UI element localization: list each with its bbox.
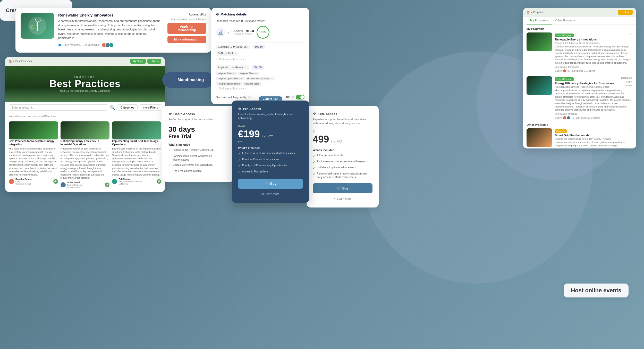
pro-price-area: 299€ €199 incl. VAT year xyxy=(238,124,303,143)
md-chip-company-sep: ⇄ xyxy=(233,45,235,48)
tab-my-programs[interactable]: My Programs xyxy=(527,17,552,24)
program-2-bookmark[interactable]: Bookmark xyxy=(620,76,633,79)
bp-author-3-avatar xyxy=(112,179,117,184)
pro-price-old: 299€ xyxy=(238,124,303,128)
md-quality-unit: % xyxy=(292,96,294,99)
bp-article-1-title: Best Practices for Renewable Energy Inte… xyxy=(9,139,58,146)
basic-feature-1-text: Access to the Premium Content Lib... xyxy=(173,148,215,152)
bp-search-icon[interactable]: 🔍 xyxy=(110,105,115,110)
admin-avatar-3 xyxy=(109,43,114,47)
basic-feature-2: ✓ Participation in select Webinars an...… xyxy=(168,154,228,162)
pro-buy-cart-icon: 🛒 xyxy=(265,182,269,186)
prog-breadcrumb-label: Programs xyxy=(533,11,544,14)
pro-price-suffix: incl. VAT xyxy=(262,135,273,138)
program-1-title: Renewable Energy Innovations xyxy=(555,38,633,41)
program-1-status-value: Participant xyxy=(568,66,579,68)
bp-author-1-chat-button[interactable]: 💬 xyxy=(53,179,58,184)
elite-learn-more-icon: ✉ xyxy=(334,197,336,200)
md-chip-sme-sep: ⇄ xyxy=(225,52,227,55)
bp-author-3-title: Senior Project Supervisor xyxy=(119,180,142,183)
elite-star-icon: ☆ xyxy=(313,112,316,116)
md-match-row: 🔬 ⇄ Andrei Trikula Texspace expert 100% xyxy=(216,26,304,39)
md-score-company: 50 / 50 xyxy=(253,45,265,49)
my-news-button[interactable]: My News xyxy=(130,59,146,64)
bp-author-1-name: Rogelia Cassin xyxy=(15,178,32,180)
bp-author-1-avatar xyxy=(9,179,14,184)
pro-feature-4: ✓ Access to Marketplace xyxy=(238,170,303,174)
md-row-attr2: ✓ Attributes without match xyxy=(216,87,304,90)
md-subtitle-right: Texspace expert xyxy=(244,19,265,22)
community-image: 🌿 xyxy=(21,13,54,39)
md-attr-note: ✓ Attributes without match xyxy=(216,58,246,61)
bp-author-2-title: Energy Engineer xyxy=(67,184,83,186)
md-subtitle-sep: ⇄ xyxy=(241,19,244,22)
program-item-3: Register Smart Grid Fundamentals Buildin… xyxy=(527,128,633,148)
md-person-name: Andrei Trikula xyxy=(233,29,254,33)
md-overwrite-label: Overwrite matching quality xyxy=(216,96,246,99)
program-2-editor-av2 xyxy=(567,116,570,120)
program-2-editor-av1 xyxy=(563,116,566,120)
programs-header: 🏠 > Programs Explore xyxy=(523,8,636,17)
elite-price-amount: 499 xyxy=(313,134,329,145)
basic-plan-name: Basic Access xyxy=(173,112,195,116)
md-tags-row1: Polymer fibers ✓ Polymer fibers ✓ xyxy=(216,72,304,75)
bp-hero-subtitle: INDUSTRY xyxy=(74,76,96,78)
elite-learn-more-label: Learn more xyxy=(337,197,351,200)
program-1-sessions: 2 Sessions xyxy=(584,70,595,72)
pro-star-icon: ☆ xyxy=(238,107,241,111)
host-events-label: Host online events xyxy=(571,287,621,294)
bp-actions: My News + News xyxy=(130,59,161,64)
bp-categories-button[interactable]: Categories xyxy=(117,104,138,111)
elite-buy-button[interactable]: 🛒 Buy xyxy=(313,183,372,193)
bp-more-filters-button[interactable]: more Filters xyxy=(140,104,161,111)
program-3-content: Register Smart Grid Fundamentals Buildin… xyxy=(555,128,633,148)
md-tag-polymer1: Polymer fibers ✓ xyxy=(216,72,237,75)
program-2-copy[interactable]: Copy xyxy=(620,80,633,83)
program-2-edition: Edition: xyxy=(555,117,563,119)
pro-price-row: €199 incl. VAT xyxy=(238,129,303,140)
bp-breadcrumb: 🏠 > Best Practices xyxy=(9,60,32,63)
program-3-bookmark[interactable]: ☆ xyxy=(629,128,633,131)
basic-trial-days: 30 days Free Trial xyxy=(168,126,228,139)
news-plus-button[interactable]: + News xyxy=(147,59,161,64)
pro-feature-4-text: Access to Marketplace xyxy=(242,170,268,173)
md-toggle[interactable] xyxy=(296,95,304,99)
bp-breadcrumb-sep: > xyxy=(13,60,14,63)
bp-author-2-chat-button[interactable]: 💬 xyxy=(105,182,109,187)
more-information-button[interactable]: More information xyxy=(167,36,206,43)
bp-author-3-name: Ed Stanton xyxy=(119,178,142,180)
elite-plan-name: Elite Access xyxy=(318,112,337,116)
community-admins-label: Group Admins: xyxy=(83,44,100,46)
bp-hero: INDUSTRY Best Practices Your Go-To Resou… xyxy=(5,66,165,102)
tab-other-programs[interactable]: Other Programs xyxy=(552,17,579,24)
bp-search-input[interactable] xyxy=(9,104,108,111)
bp-author-1-company: EnergexConnect xyxy=(15,183,32,185)
elite-buy-cart-icon: 🛒 xyxy=(337,186,341,190)
md-chip-app-right: Researc... xyxy=(235,66,247,69)
program-2-sessions: 12 Sessions xyxy=(588,117,600,119)
bp-hero-tagline: Your Go-To Resource for Energy Excellenc… xyxy=(60,89,110,92)
current-plan-badge: Current Plan xyxy=(259,96,282,101)
pro-learn-more-button[interactable]: ✉ Learn more xyxy=(238,191,303,197)
program-item-2: In this Program Energy Efficiency Strate… xyxy=(527,76,633,120)
elite-feature-1-text: All Pro Access benefits xyxy=(317,154,343,157)
program-2-actions: Bookmark Copy Delete xyxy=(620,76,633,87)
pro-price-amount: €199 xyxy=(238,129,260,139)
programs-explore-button[interactable]: Explore xyxy=(618,10,633,15)
bp-author-2-avatar xyxy=(61,182,66,187)
program-1-bookmark[interactable]: ☆ xyxy=(629,32,633,36)
bp-author-3-chat-button[interactable]: 💬 xyxy=(157,179,161,184)
elite-learn-more-button[interactable]: ✉ Learn more xyxy=(313,196,372,201)
program-2-delete[interactable]: Delete xyxy=(620,84,633,87)
accessibility-sub: After approval by administrator xyxy=(171,18,206,21)
pro-buy-button[interactable]: 🛒 Buy xyxy=(238,179,303,189)
md-chip-sme-left: SME xyxy=(218,52,224,55)
basic-plan-label: ☆ Basic Access xyxy=(168,112,228,116)
md-settings-icon: ⚙ xyxy=(216,12,219,16)
bp-home-icon: 🏠 xyxy=(9,60,12,63)
apply-membership-button[interactable]: Apply for membership xyxy=(167,23,206,34)
md-check-sme: ✓ xyxy=(234,52,236,55)
bp-header: 🏠 > Best Practices My News + News xyxy=(5,57,165,66)
program-1-subtitle: Exploring the Future of Green Technologi… xyxy=(555,42,633,44)
matchmaking-button[interactable]: + Matchmaking xyxy=(162,72,214,88)
